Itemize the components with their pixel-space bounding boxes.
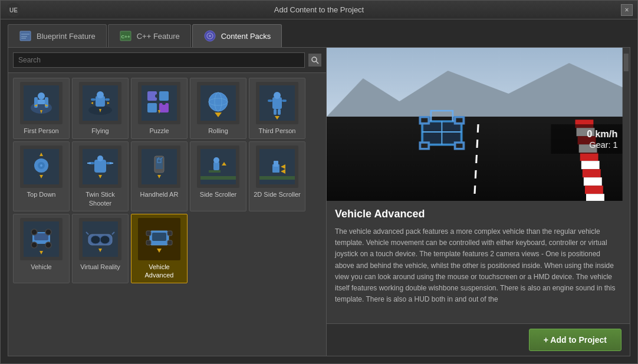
add-to-project-button[interactable]: + Add to Project — [529, 329, 621, 351]
twin-stick-icon — [79, 145, 121, 188]
svg-point-87 — [45, 242, 51, 248]
svg-rect-32 — [147, 103, 157, 112]
svg-line-10 — [316, 61, 318, 64]
cpp-icon: C++ — [119, 29, 132, 42]
vehicle-label: Vehicle — [31, 263, 51, 271]
svg-rect-101 — [146, 231, 151, 236]
left-panel: First Person — [8, 48, 327, 356]
svg-rect-31 — [159, 91, 169, 101]
title-bar: UE Add Content to the Project × — [1, 1, 637, 19]
top-down-label: Top Down — [27, 190, 56, 198]
tab-cpp[interactable]: C++ C++ Feature — [108, 24, 191, 47]
blueprint-icon — [19, 29, 32, 42]
grid-item-top-down[interactable]: Top Down — [13, 141, 70, 211]
grid-item-handheld-ar[interactable]: Handheld AR — [131, 141, 188, 211]
svg-rect-62 — [110, 163, 113, 164]
svg-point-58 — [97, 155, 103, 161]
window-title: Add Content to the Project — [274, 5, 364, 14]
top-down-icon — [20, 145, 63, 188]
grid-item-vehicle[interactable]: Vehicle — [13, 214, 70, 284]
grid-item-flying[interactable]: Flying — [72, 78, 129, 139]
svg-rect-103 — [146, 240, 151, 245]
grid-item-twin-stick[interactable]: Twin Stick Shooter — [72, 141, 129, 211]
svg-rect-100 — [152, 233, 166, 241]
tab-blueprint-label: Blueprint Feature — [37, 32, 96, 41]
third-person-label: Third Person — [259, 127, 296, 135]
preview-image-container — [327, 48, 630, 201]
grid-row-2: Vehicle — [13, 214, 321, 284]
svg-point-88 — [31, 229, 37, 235]
item-grid: First Person — [8, 73, 326, 356]
svg-rect-72 — [200, 176, 236, 180]
svg-rect-15 — [38, 100, 45, 104]
virtual-reality-label: Virtual Reality — [80, 263, 120, 271]
svg-rect-47 — [274, 109, 277, 115]
tab-content-packs-label: Content Packs — [221, 32, 271, 41]
puzzle-label: Puzzle — [149, 127, 169, 135]
svg-point-94 — [100, 236, 110, 244]
handheld-ar-label: Handheld AR — [140, 190, 179, 198]
svg-point-34 — [155, 94, 159, 98]
flying-icon — [79, 82, 121, 124]
grid-item-side-scroller[interactable]: Side Scroller — [190, 141, 246, 211]
rolling-label: Rolling — [208, 127, 228, 135]
grid-item-puzzle[interactable]: Puzzle — [131, 78, 188, 139]
svg-point-23 — [97, 91, 104, 98]
first-person-label: First Person — [24, 127, 58, 135]
description-area: Vehicle Advanced The vehicle advanced pa… — [327, 201, 630, 323]
tab-bar: Blueprint Feature C++ C++ Feature Conten… — [1, 19, 637, 47]
svg-point-35 — [162, 101, 166, 105]
grid-item-third-person[interactable]: Third Person — [249, 78, 305, 139]
svg-point-86 — [31, 242, 37, 248]
rolling-icon — [197, 82, 239, 124]
ue-logo: UE — [6, 3, 21, 17]
vehicle-icon — [20, 218, 63, 260]
grid-item-2d-side-scroller[interactable]: 2D Side Scroller — [249, 141, 305, 211]
svg-rect-24 — [91, 98, 96, 101]
svg-rect-25 — [105, 98, 110, 101]
svg-rect-102 — [167, 231, 172, 236]
svg-rect-104 — [167, 240, 172, 245]
flying-label: Flying — [91, 127, 108, 135]
2d-side-scroller-label: 2D Side Scroller — [254, 190, 300, 198]
main-window: UE Add Content to the Project × Blueprin… — [0, 0, 638, 364]
svg-rect-61 — [87, 163, 91, 164]
handheld-ar-icon — [138, 145, 180, 188]
2d-side-scroller-icon — [256, 145, 298, 188]
content-packs-icon — [203, 29, 216, 42]
grid-row-0: First Person — [13, 78, 321, 139]
puzzle-icon — [138, 82, 180, 124]
grid-row-1: Top Down — [13, 141, 321, 211]
tab-blueprint[interactable]: Blueprint Feature — [8, 24, 107, 47]
first-person-icon — [20, 82, 63, 124]
svg-point-93 — [91, 236, 100, 244]
third-person-icon — [256, 82, 298, 124]
twin-stick-label: Twin Stick Shooter — [75, 190, 126, 207]
svg-rect-46 — [282, 100, 287, 102]
svg-rect-29 — [142, 85, 177, 121]
svg-point-38 — [209, 92, 228, 111]
svg-point-44 — [274, 92, 281, 99]
grid-item-first-person[interactable]: First Person — [13, 78, 70, 139]
side-scroller-icon — [197, 145, 239, 188]
svg-rect-74 — [213, 162, 219, 170]
tab-content-packs[interactable]: Content Packs — [192, 24, 282, 47]
grid-item-vehicle-advanced[interactable]: Vehicle Advanced — [131, 214, 188, 284]
search-button[interactable] — [308, 54, 321, 67]
svg-point-16 — [38, 92, 45, 100]
svg-rect-48 — [278, 109, 281, 115]
item-title: Vehicle Advanced — [335, 208, 621, 220]
svg-rect-57 — [94, 160, 106, 173]
content-area: First Person — [8, 47, 630, 356]
search-bar — [8, 48, 326, 73]
svg-point-8 — [209, 35, 211, 37]
grid-item-rolling[interactable]: Rolling — [190, 78, 246, 139]
close-button[interactable]: × — [621, 4, 633, 16]
tab-cpp-label: C++ Feature — [137, 32, 180, 41]
svg-rect-80 — [274, 161, 278, 167]
bottom-bar: + Add to Project — [327, 323, 630, 356]
search-input[interactable] — [13, 52, 305, 68]
svg-point-89 — [45, 229, 51, 235]
svg-rect-45 — [268, 100, 272, 102]
grid-item-virtual-reality[interactable]: Virtual Reality — [72, 214, 129, 284]
